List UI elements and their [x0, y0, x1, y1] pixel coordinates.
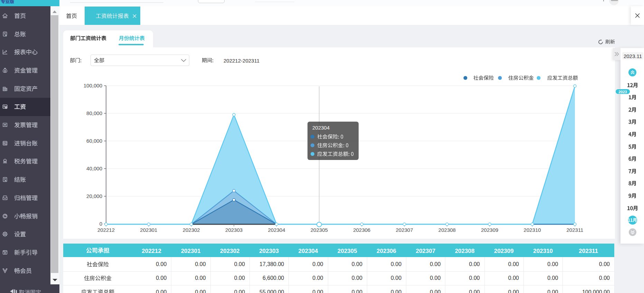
svg-text:202304: 202304 [268, 227, 285, 233]
svg-text:202302: 202302 [183, 227, 200, 233]
svg-text:202309: 202309 [481, 227, 498, 233]
svg-text:202306: 202306 [353, 227, 370, 233]
svg-text:202212: 202212 [97, 227, 115, 233]
svg-text:202311: 202311 [567, 227, 584, 233]
svg-text:20,000: 20,000 [86, 193, 102, 199]
svg-text:0: 0 [100, 221, 102, 227]
svg-text:202308: 202308 [438, 227, 456, 233]
svg-text:202301: 202301 [140, 227, 157, 233]
svg-text:40,000: 40,000 [86, 166, 102, 171]
svg-text:202310: 202310 [524, 227, 541, 233]
svg-text:202307: 202307 [396, 227, 413, 233]
svg-text:60,000: 60,000 [86, 138, 102, 144]
svg-text:202305: 202305 [311, 227, 328, 233]
svg-text:80,000: 80,000 [86, 110, 102, 116]
svg-text:100,000: 100,000 [84, 83, 102, 88]
svg-text:202303: 202303 [225, 227, 243, 233]
